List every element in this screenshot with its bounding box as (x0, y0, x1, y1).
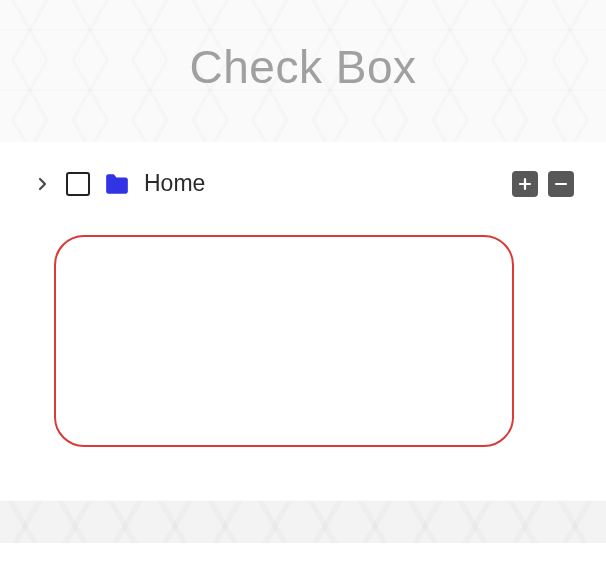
tree-node-left: Home (36, 170, 500, 197)
page-title: Check Box (190, 40, 417, 94)
page-header: Check Box (0, 0, 606, 142)
footer-strip (0, 501, 606, 543)
tree-node-label[interactable]: Home (144, 170, 205, 197)
tree-root-row: Home (36, 170, 574, 197)
checkbox[interactable] (66, 172, 90, 196)
expand-all-button[interactable] (512, 171, 538, 197)
tree-actions (512, 171, 574, 197)
highlight-annotation-box (54, 235, 514, 447)
folder-icon (104, 173, 130, 195)
collapse-all-button[interactable] (548, 171, 574, 197)
content-area: Home (0, 142, 606, 467)
chevron-right-icon[interactable] (36, 178, 48, 190)
